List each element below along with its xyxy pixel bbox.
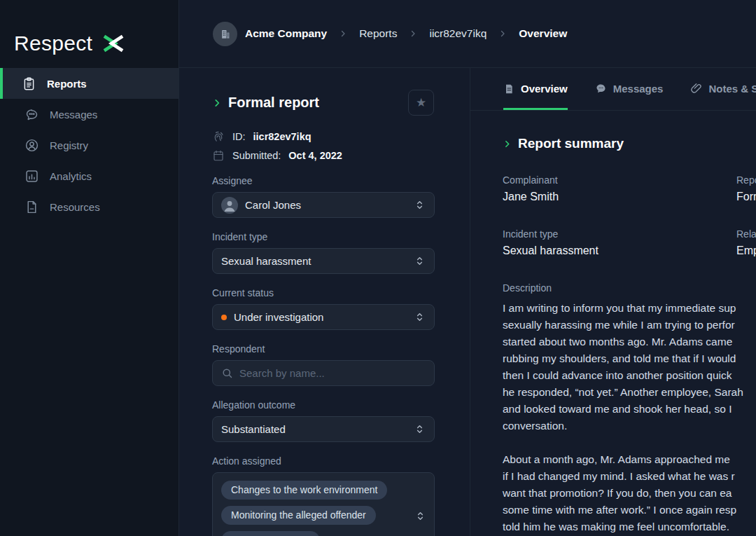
report-submitted-row: Submitted: Oct 4, 2022: [212, 149, 434, 162]
respondent-search-input[interactable]: [239, 367, 426, 379]
sidebar-item-resources[interactable]: Resources: [0, 191, 178, 222]
report-id-label: ID:: [232, 131, 246, 142]
description-line: started about two months ago. Mr. Adams …: [503, 334, 756, 350]
description-paragraph-1: I am writing to inform you that my immed…: [503, 300, 756, 434]
app-logo: Respect: [0, 0, 178, 68]
sidebar-item-label: Messages: [50, 109, 97, 121]
description-line: some time with me after work.” I once ag…: [503, 502, 756, 518]
sidebar-item-label: Registry: [50, 139, 88, 151]
complainant-label: Complainant: [503, 174, 736, 186]
bar-chart-icon: [24, 169, 39, 184]
assignee-label: Assignee: [212, 175, 434, 186]
chevron-right-icon: [503, 139, 512, 149]
company-avatar: [213, 22, 237, 46]
fingerprint-icon: [212, 130, 225, 143]
current-status-select[interactable]: Under investigation: [212, 304, 435, 330]
description-line: if I had changed my mind. I asked what h…: [503, 468, 756, 485]
current-status-value: Under investigation: [234, 311, 414, 323]
search-icon: [221, 367, 233, 379]
report-type-cell: Report type Formal: [736, 174, 756, 203]
complainant-value: Jane Smith: [503, 191, 736, 203]
assignee-select[interactable]: Carol Jones: [212, 192, 435, 218]
respondent-label: Respondent: [212, 343, 434, 355]
favorite-star-button[interactable]: ★: [408, 90, 434, 116]
allegation-outcome-label: Allegation outcome: [212, 399, 434, 411]
chevron-right-icon: [212, 98, 222, 108]
sidebar-item-label: Resources: [50, 201, 100, 213]
sidebar-item-reports[interactable]: Reports: [0, 68, 178, 99]
tab-notes-statements[interactable]: Notes & Statements: [690, 68, 756, 110]
sidebar-item-messages[interactable]: Messages: [0, 99, 178, 130]
report-type-value: Formal: [736, 191, 756, 203]
incident-type-label: Incident type: [212, 231, 434, 242]
chat-bubble-icon: [24, 107, 39, 122]
tab-label: Messages: [613, 83, 664, 95]
incident-type-value: Sexual harassment: [221, 255, 414, 267]
chevron-up-down-icon: [414, 255, 426, 267]
summary-grid: Complainant Jane Smith Report type Forma…: [503, 174, 756, 257]
description-line: About a month ago, Mr. Adams approached …: [503, 451, 756, 468]
summary-incident-type-label: Incident type: [503, 228, 736, 240]
sidebar-item-label: Reports: [47, 78, 87, 90]
action-pill[interactable]: Monitoring the alleged offender: [221, 506, 376, 525]
report-panel-heading: Formal report ★: [212, 90, 434, 116]
tab-overview[interactable]: Overview: [503, 68, 568, 110]
description-line: sexually harassing me while I am trying …: [503, 317, 756, 334]
document-icon: [24, 200, 39, 214]
description-line: and looked toward me and shook her head,…: [503, 401, 756, 418]
chevron-up-down-icon: [414, 199, 426, 211]
breadcrumb-report-id[interactable]: iicr82ev7ikq: [429, 27, 486, 40]
overview-panel: Overview Messages Notes & Statements: [470, 68, 756, 536]
tab-label: Overview: [521, 83, 568, 95]
summary-title: Report summary: [518, 136, 624, 151]
description-line: then I could advance into another positi…: [503, 367, 756, 384]
sidebar-item-analytics[interactable]: Analytics: [0, 160, 178, 191]
chat-bubble-icon: [595, 83, 607, 95]
chevron-up-down-icon: [414, 510, 426, 522]
incident-type-select[interactable]: Sexual harassment: [212, 248, 435, 274]
clipboard-icon: [22, 76, 36, 91]
complainant-cell: Complainant Jane Smith: [503, 174, 736, 203]
action-pill[interactable]: Disciplinary action: [221, 531, 320, 536]
star-icon: ★: [416, 96, 426, 109]
report-id-row: ID: iicr82ev7ikq: [212, 130, 434, 143]
description-label: Description: [503, 282, 756, 294]
assignee-avatar: [221, 197, 238, 214]
report-details-panel: Formal report ★ ID: iicr82ev7ikq: [179, 68, 470, 536]
paperclip-icon: [690, 83, 702, 95]
document-icon: [503, 83, 514, 95]
tab-bar: Overview Messages Notes & Statements: [470, 68, 756, 111]
breadcrumb-reports[interactable]: Reports: [359, 27, 397, 40]
report-title: Formal report: [228, 95, 319, 111]
description-line: told him he was making me feel uncomfort…: [503, 518, 756, 535]
report-submitted-label: Submitted:: [232, 150, 281, 161]
action-assigned-multiselect[interactable]: Changes to the work environment Monitori…: [212, 472, 435, 536]
assignee-value: Carol Jones: [245, 199, 414, 211]
breadcrumb-bar: Acme Company Reports iicr82ev7ikq Overvi…: [179, 0, 756, 68]
sidebar: Respect Reports M: [0, 0, 179, 536]
allegation-outcome-value: Substantiated: [221, 423, 414, 435]
sidebar-item-registry[interactable]: Registry: [0, 130, 178, 160]
report-id-value: iicr82ev7ikq: [253, 131, 312, 142]
relationship-label: Relationship: [736, 228, 756, 240]
current-status-label: Current status: [212, 287, 434, 298]
sidebar-item-label: Analytics: [50, 170, 92, 182]
breadcrumb-overview[interactable]: Overview: [519, 27, 567, 40]
relationship-cell: Relationship Employee: [736, 228, 756, 257]
chevron-up-down-icon: [414, 423, 426, 435]
calendar-icon: [212, 149, 225, 162]
report-meta: ID: iicr82ev7ikq Submitted: Oct 4, 2022: [212, 130, 434, 162]
relationship-value: Employee: [736, 245, 756, 257]
app-logo-text: Respect: [14, 32, 92, 55]
description-line: conversation.: [503, 418, 756, 434]
breadcrumb-company[interactable]: Acme Company: [245, 27, 327, 40]
tab-messages[interactable]: Messages: [595, 68, 664, 110]
report-type-label: Report type: [736, 174, 756, 186]
person-circle-icon: [24, 138, 39, 153]
report-summary-section: Report summary Complainant Jane Smith Re…: [470, 111, 756, 535]
respondent-search-field[interactable]: [212, 360, 435, 386]
description-line: rubbing my shoulders, and told me that i…: [503, 350, 756, 367]
action-pill[interactable]: Changes to the work environment: [221, 481, 387, 500]
summary-incident-type-value: Sexual harassment: [503, 245, 736, 257]
allegation-outcome-select[interactable]: Substantiated: [212, 416, 435, 442]
